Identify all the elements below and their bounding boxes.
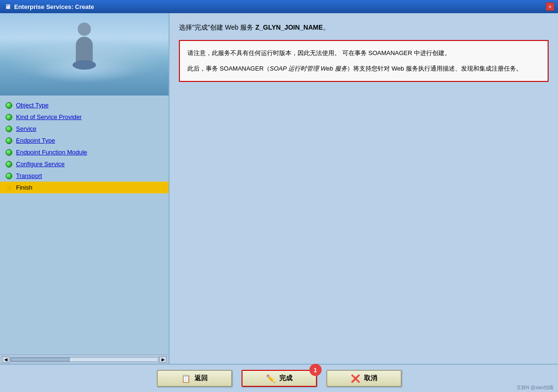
status-dot-green	[6, 161, 12, 168]
close-window-button[interactable]: ×	[546, 2, 554, 11]
warning-box: 请注意，此服务不具有任何运行时版本，因此无法使用。 可在事务 SOAMANAGE…	[179, 40, 549, 82]
warning-para2-part1: 此后，事务 SOAMANAGER（	[187, 65, 270, 72]
warning-paragraph-1: 请注意，此服务不具有任何运行时版本，因此无法使用。 可在事务 SOAMANAGE…	[187, 48, 540, 58]
status-dot-green	[6, 126, 12, 132]
cancel-button[interactable]: ❌ 取消	[326, 370, 402, 387]
app-icon: 🖥	[4, 3, 11, 10]
watermark: 互联N @xiao找哦	[517, 384, 554, 391]
intro-suffix: 。	[323, 24, 330, 31]
status-dot-green	[6, 149, 12, 156]
status-dot-green	[6, 114, 12, 120]
back-icon: 📋	[181, 374, 191, 383]
sidebar-item-service[interactable]: Service	[0, 123, 169, 135]
wizard-figure	[73, 23, 96, 74]
sidebar-item-finish: ⚠ Finish	[0, 182, 169, 193]
nav-list: Object Type Kind of Service Provider Ser…	[0, 96, 169, 354]
sidebar-item-transport[interactable]: Transport	[0, 170, 169, 182]
person-head	[78, 23, 91, 36]
sidebar-item-object-type[interactable]: Object Type	[0, 99, 169, 111]
image-area	[0, 13, 169, 96]
sidebar-item-endpoint-function[interactable]: Endpoint Function Module	[0, 146, 169, 158]
warning-paragraph-2: 此后，事务 SOAMANAGER（SOAP 运行时管理 Web 服务）将支持您针…	[187, 63, 540, 74]
right-panel: 选择"完成"创建 Web 服务 Z_GLYN_JOIN_NAME。 请注意，此服…	[170, 13, 558, 364]
finish-icon: ✏️	[266, 374, 275, 383]
status-dot-warning: ⚠	[6, 184, 12, 191]
bottom-bar: 📋 返回 ✏️ 完成 1 ❌ 取消 互联N @xiao找哦	[0, 364, 558, 392]
content-area: Object Type Kind of Service Provider Ser…	[0, 13, 558, 364]
scroll-left-arrow[interactable]: ◀	[2, 356, 9, 363]
sidebar-item-configure-service[interactable]: Configure Service	[0, 158, 169, 170]
cancel-icon: ❌	[351, 374, 360, 383]
status-dot-green	[6, 137, 12, 144]
window-title: Enterprise Services: Create	[14, 3, 94, 10]
scroll-thumb	[11, 358, 70, 361]
main-container: Object Type Kind of Service Provider Ser…	[0, 13, 558, 392]
title-bar-left: 🖥 Enterprise Services: Create	[4, 3, 94, 10]
sidebar-item-label: Service	[16, 125, 36, 132]
status-dot-green	[6, 102, 12, 109]
scroll-track[interactable]	[10, 357, 158, 362]
finish-button[interactable]: ✏️ 完成	[242, 370, 317, 387]
status-dot-green	[6, 173, 12, 179]
badge-number: 1	[309, 364, 322, 376]
sidebar-item-label: Kind of Service Provider	[16, 113, 81, 120]
person-body	[76, 37, 93, 63]
sidebar-item-label: Finish	[16, 184, 32, 191]
sidebar-item-label: Configure Service	[16, 160, 65, 168]
sidebar-item-label: Endpoint Function Module	[16, 149, 87, 156]
warning-para2-part2: ）将支持您针对 Web 服务执行通用描述、发现和集成注册任务。	[347, 65, 522, 72]
finish-label: 完成	[279, 374, 292, 383]
title-bar: 🖥 Enterprise Services: Create ×	[0, 0, 558, 13]
sidebar-item-label: Object Type	[16, 102, 49, 109]
back-button[interactable]: 📋 返回	[157, 370, 232, 387]
sidebar-item-kind-of-service[interactable]: Kind of Service Provider	[0, 111, 169, 123]
sidebar-item-label: Transport	[16, 172, 42, 179]
warning-para2-italic: SOAP 运行时管理 Web 服务	[270, 65, 347, 72]
intro-text: 选择"完成"创建 Web 服务 Z_GLYN_JOIN_NAME。	[179, 23, 549, 32]
back-label: 返回	[194, 374, 208, 383]
service-name: Z_GLYN_JOIN_NAME	[255, 24, 323, 31]
person-base	[73, 60, 96, 70]
sidebar-item-label: Endpoint Type	[16, 137, 55, 144]
left-scrollbar: ◀ ▶	[0, 354, 169, 364]
intro-prefix: 选择"完成"创建 Web 服务	[179, 24, 255, 31]
scroll-right-arrow[interactable]: ▶	[159, 356, 167, 363]
left-panel: Object Type Kind of Service Provider Ser…	[0, 13, 170, 364]
sidebar-item-endpoint-type[interactable]: Endpoint Type	[0, 135, 169, 146]
cancel-label: 取消	[364, 374, 377, 383]
finish-button-container: ✏️ 完成 1	[242, 370, 317, 387]
